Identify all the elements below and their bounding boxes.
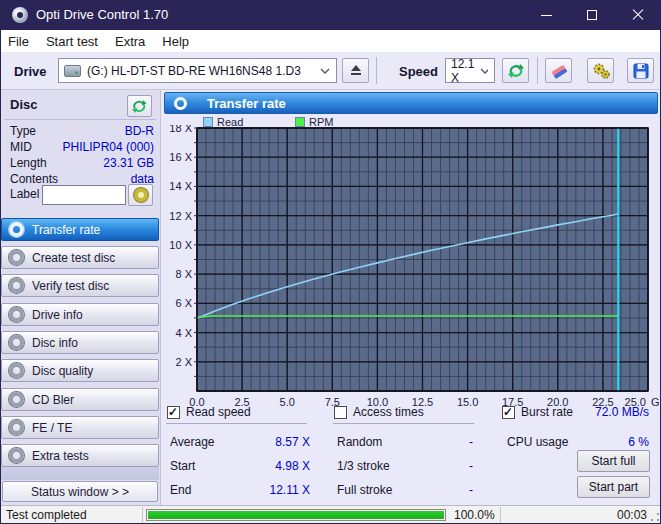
disc-contents-label: Contents <box>10 172 58 186</box>
disc-length-value: 23.31 GB <box>103 156 154 170</box>
menu-start-test[interactable]: Start test <box>46 34 98 49</box>
speed-select[interactable]: 12.1 X <box>445 58 495 83</box>
status-window-button[interactable]: Status window > > <box>2 481 158 502</box>
resize-grip[interactable] <box>650 513 659 522</box>
sidebar-item-disc-quality[interactable]: Disc quality <box>1 359 159 382</box>
toolbar-separator <box>537 57 538 84</box>
sidebar-item-label: FE / TE <box>32 421 72 435</box>
chevron-down-icon <box>320 68 330 74</box>
end-label: End <box>170 483 191 497</box>
statusbar-separator <box>500 507 501 524</box>
cpu-usage-value: 6 % <box>582 435 649 449</box>
app-disc-icon <box>12 7 28 23</box>
random-value: - <box>401 435 473 449</box>
disc-icon <box>134 188 148 202</box>
eject-icon <box>350 65 362 76</box>
y-tick-label: 10 X <box>169 239 192 251</box>
divider <box>166 423 307 424</box>
settings-button[interactable] <box>587 58 614 83</box>
disc-icon <box>9 420 24 435</box>
disc-icon <box>174 97 187 110</box>
disc-mid-row: MID PHILIPR04 (000) <box>10 140 154 155</box>
x-tick-label: 5.0 <box>280 396 295 408</box>
window-title: Opti Drive Control 1.70 <box>36 7 168 22</box>
refresh-speeds-button[interactable] <box>502 58 529 83</box>
sidebar-item-create-test-disc[interactable]: Create test disc <box>1 246 159 269</box>
minimize-button[interactable] <box>523 0 569 30</box>
start-value: 4.98 X <box>221 459 310 473</box>
access-times-checkbox[interactable] <box>334 406 347 419</box>
statusbar-separator <box>142 507 143 524</box>
sidebar-item-label: Create test disc <box>32 251 115 265</box>
read-speed-group-label: Read speed <box>186 405 251 419</box>
disc-icon <box>9 222 24 237</box>
refresh-disc-button[interactable] <box>127 95 152 117</box>
y-tick-label: 4 X <box>175 327 192 339</box>
sidebar-item-cd-bler[interactable]: CD Bler <box>1 388 159 411</box>
average-label: Average <box>170 435 214 449</box>
disc-icon <box>9 278 24 293</box>
progress-percent: 100.0% <box>454 508 495 522</box>
progress-bar <box>146 509 446 521</box>
sidebar-item-transfer-rate[interactable]: Transfer rate <box>1 218 159 241</box>
disc-icon <box>9 335 24 350</box>
menu-bar: File Start test Extra Help <box>0 30 661 52</box>
read-speed-checkbox[interactable] <box>167 406 180 419</box>
close-button[interactable] <box>615 0 661 30</box>
y-tick-label: 16 X <box>169 151 192 163</box>
disc-label-input[interactable] <box>42 185 126 205</box>
title-bar: Opti Drive Control 1.70 <box>0 0 661 30</box>
disc-panel-title: Disc <box>10 97 37 112</box>
menu-extra[interactable]: Extra <box>115 34 145 49</box>
disc-icon <box>9 392 24 407</box>
burst-rate-value: 72.0 MB/s <box>577 405 649 419</box>
window-controls <box>523 0 661 30</box>
refresh-icon <box>507 62 525 80</box>
maximize-icon <box>587 10 597 20</box>
save-button[interactable] <box>627 58 654 83</box>
x-tick-label: 15.0 <box>457 396 478 408</box>
end-value: 12.11 X <box>221 483 310 497</box>
sidebar-item-label: Extra tests <box>32 449 89 463</box>
chart-header: Transfer rate <box>164 92 658 114</box>
disc-type-value: BD-R <box>125 124 154 138</box>
y-tick-label: 12 X <box>169 210 192 222</box>
toolbar-separator <box>376 57 377 84</box>
sidebar-item-label: Disc quality <box>32 364 93 378</box>
disc-mid-value: PHILIPR04 (000) <box>63 140 154 154</box>
disc-type-label: Type <box>10 124 36 138</box>
disc-label-button[interactable] <box>128 184 153 206</box>
start-part-button[interactable]: Start part <box>577 476 650 498</box>
sidebar-item-label: Verify test disc <box>32 279 109 293</box>
save-icon <box>632 62 650 80</box>
burst-rate-checkbox[interactable] <box>502 406 515 419</box>
sidebar-item-disc-info[interactable]: Disc info <box>1 331 159 354</box>
speed-label: Speed <box>399 64 438 79</box>
random-label: Random <box>337 435 382 449</box>
eject-button[interactable] <box>342 58 369 83</box>
start-full-button[interactable]: Start full <box>577 450 650 472</box>
status-bar: Test completed 100.0% 00:03 <box>0 505 661 524</box>
disc-type-row: Type BD-R <box>10 124 154 139</box>
sidebar-item-extra-tests[interactable]: Extra tests <box>1 444 159 467</box>
y-tick-label: 2 X <box>175 356 192 368</box>
main-panel: Transfer rate Read speed RPM 18 X16 X14 … <box>161 90 661 505</box>
maximize-button[interactable] <box>569 0 615 30</box>
menu-file[interactable]: File <box>8 34 29 49</box>
drive-label: Drive <box>14 64 47 79</box>
drive-select-value: (G:) HL-DT-ST BD-RE WH16NS48 1.D3 <box>87 64 301 78</box>
eraser-icon <box>549 62 569 80</box>
menu-help[interactable]: Help <box>162 34 189 49</box>
sidebar-item-fe-te[interactable]: FE / TE <box>1 416 159 439</box>
sidebar-item-drive-info[interactable]: Drive info <box>1 303 159 326</box>
sidebar-item-verify-test-disc[interactable]: Verify test disc <box>1 274 159 297</box>
erase-disc-button[interactable] <box>545 58 572 83</box>
x-axis-unit: GB <box>651 396 659 408</box>
drive-icon <box>64 65 81 77</box>
sidebar-item-label: CD Bler <box>32 393 74 407</box>
cpu-usage-label: CPU usage <box>507 435 568 449</box>
chevron-down-icon <box>480 68 488 74</box>
chart-title: Transfer rate <box>207 96 286 111</box>
drive-select[interactable]: (G:) HL-DT-ST BD-RE WH16NS48 1.D3 <box>58 58 337 83</box>
average-value: 8.57 X <box>221 435 310 449</box>
